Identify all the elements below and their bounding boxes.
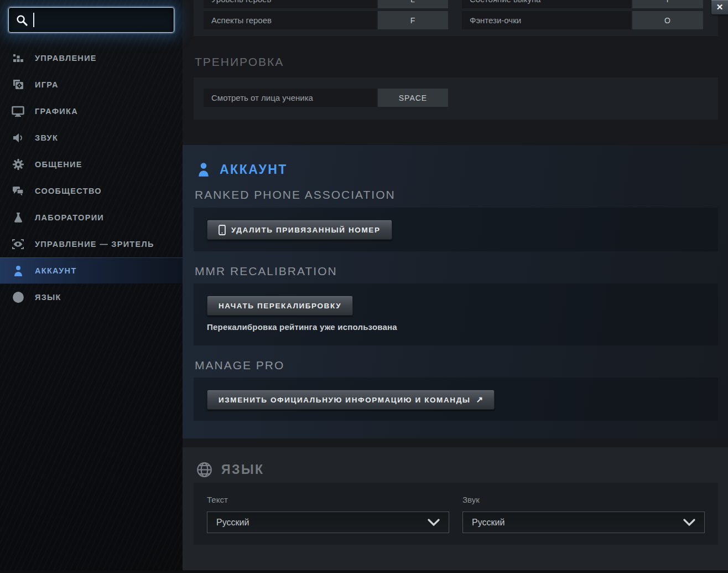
account-section: АККАУНТ RANKED PHONE ASSOCIATION УДАЛИТЬ… [183,145,728,438]
search-icon [15,14,28,27]
hotkey-keybind[interactable]: O [632,11,703,29]
monitor-icon [11,105,25,117]
audio-language-select[interactable]: Русский [462,512,705,533]
sidebar-item-labs[interactable]: ЛАБОРАТОРИИ [0,204,183,231]
text-caret [33,13,34,27]
hotkey-row-partial: Состояние выкупа T [462,0,703,8]
hotkey-row: Смотреть от лица ученика SPACE [204,89,448,107]
sidebar-item-label: СООБЩЕСТВО [35,187,102,195]
recalibrate-button[interactable]: НАЧАТЬ ПЕРЕКАЛИБРОВКУ [207,296,353,316]
search-input[interactable] [8,7,174,33]
remove-phone-button[interactable]: УДАЛИТЬ ПРИВЯЗАННЫЙ НОМЕР [207,220,392,240]
person-icon [11,265,25,277]
sidebar-nav: УПРАВЛЕНИЕ ИГРА ГРАФИКА ЗВУК ОБЩЕНИЕ [0,45,183,311]
sidebar-item-label: АККАУНТ [35,266,77,275]
sidebar-item-language[interactable]: ЯЗЫК [0,284,183,311]
cog-icon [11,158,25,171]
close-icon: ✕ [716,2,724,12]
hotkey-label: Уровень героев [204,0,377,8]
sidebar-item-label: ИГРА [35,80,59,89]
account-section-title: АККАУНТ [220,162,288,177]
sidebar-item-label: ГРАФИКА [35,107,78,116]
sidebar-item-game[interactable]: ИГРА [0,71,183,98]
hotkey-keybind[interactable]: SPACE [378,89,448,107]
text-language-select[interactable]: Русский [207,512,449,533]
hotkey-keybind[interactable]: L [378,0,448,8]
hotkey-row: Аспекты героев F [204,11,448,29]
game-window-icon [11,79,25,91]
audio-language-label: Звук [462,495,480,504]
language-section: ЯЗЫК Текст Русский Звук Русский [183,447,728,571]
sidebar-item-video[interactable]: ГРАФИКА [0,98,183,125]
sidebar-item-social[interactable]: ОБЩЕНИЕ [0,151,183,178]
search-area [0,0,183,33]
sidebar-item-controls[interactable]: УПРАВЛЕНИЕ [0,45,183,71]
sidebar-item-label: УПРАВЛЕНИЕ [35,54,97,63]
hotkey-label: Фэнтези-очки [462,11,631,29]
settings-content: Уровень героев L Состояние выкупа T Аспе… [183,0,728,573]
hotkey-keybind[interactable]: F [378,11,448,29]
person-icon [196,162,211,177]
external-link-icon: ↗ [476,395,483,405]
hotkey-label: Состояние выкупа [462,0,631,8]
flask-icon [11,211,25,224]
sidebar-item-community[interactable]: СООБЩЕСТВО [0,178,183,204]
training-section-title: ТРЕНИРОВКА [195,55,284,69]
sidebar-item-account[interactable]: АККАУНТ [0,257,183,284]
screen-edge [0,570,728,573]
language-panel: Текст Русский Звук Русский [194,483,718,545]
close-button[interactable]: ✕ [711,0,728,14]
selected-value: Русский [216,518,249,528]
hotkey-label: Аспекты героев [204,11,377,29]
hotkey-row: Фэнтези-очки O [462,11,703,29]
sidebar-item-label: УПРАВЛЕНИЕ — ЗРИТЕЛЬ [35,240,154,249]
chevron-down-icon [428,519,440,526]
phone-subtitle: RANKED PHONE ASSOCIATION [195,188,396,202]
hotkey-row-partial: Уровень героев L [204,0,448,8]
phone-icon [219,225,226,235]
sidebar-item-spectator[interactable]: УПРАВЛЕНИЕ — ЗРИТЕЛЬ [0,231,183,257]
hotkey-keybind[interactable]: T [632,0,703,8]
sidebar-item-audio[interactable]: ЗВУК [0,125,183,151]
globe-icon [196,462,212,478]
globe-icon [11,291,25,303]
language-section-title: ЯЗЫК [221,462,264,477]
selected-value: Русский [472,518,505,528]
pro-subtitle: MANAGE PRO [195,359,284,372]
sidebar-item-label: ЗВУК [35,133,58,142]
sidebar-item-label: ЛАБОРАТОРИИ [35,213,104,222]
mmr-subtitle: MMR RECALIBRATION [195,265,337,278]
chevron-down-icon [683,519,695,526]
spectator-eye-icon [11,238,25,250]
speaker-icon [11,132,25,144]
sidebar-item-label: ЯЗЫК [35,293,61,302]
chat-bubbles-icon [11,185,25,197]
text-language-label: Текст [207,495,228,504]
sidebar-item-label: ОБЩЕНИЕ [35,160,82,169]
recalibration-note: Перекалибровка рейтинга уже использована [207,322,397,332]
manage-pro-button[interactable]: ИЗМЕНИТЬ ОФИЦИАЛЬНУЮ ИНФОРМАЦИЮ И КОМАНД… [207,390,495,410]
hotkey-label: Смотреть от лица ученика [204,89,377,107]
blocks-icon [11,52,25,64]
settings-sidebar: УПРАВЛЕНИЕ ИГРА ГРАФИКА ЗВУК ОБЩЕНИЕ [0,0,183,573]
